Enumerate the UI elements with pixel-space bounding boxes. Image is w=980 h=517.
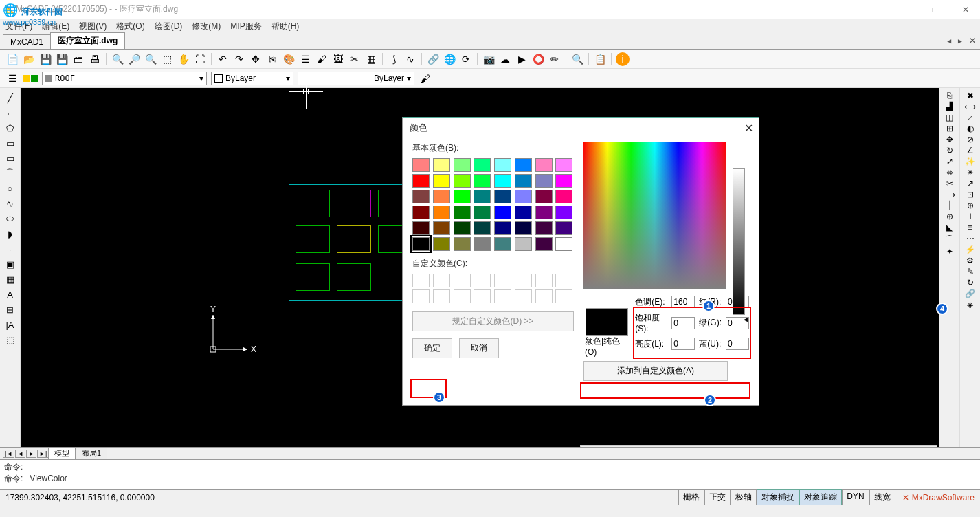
fillet-icon[interactable]: ⌒ — [946, 234, 954, 245]
saveas-icon[interactable]: 💾 — [55, 52, 69, 66]
copy-icon[interactable]: ⎘ — [947, 91, 952, 100]
link-icon[interactable]: 🔗 — [426, 52, 440, 66]
new-icon[interactable]: 📄 — [5, 52, 19, 66]
basic-color-swatch[interactable] — [535, 237, 553, 251]
custom-color-slot[interactable] — [433, 289, 450, 303]
linetype-combo[interactable]: ByLayer ▾ — [298, 72, 414, 85]
pencil-icon[interactable]: ✏ — [548, 52, 561, 66]
circle-icon[interactable]: ⭕ — [531, 52, 545, 66]
qdim-icon[interactable]: ⚡ — [965, 245, 975, 254]
trim-icon[interactable]: ✂ — [946, 179, 953, 188]
doc-tab-1[interactable]: MxCAD1 — [3, 34, 51, 49]
custom-color-slot[interactable] — [535, 289, 553, 303]
erase-icon[interactable]: ✖ — [967, 91, 974, 100]
basic-color-swatch[interactable] — [555, 237, 572, 251]
update-icon[interactable]: ↻ — [967, 278, 974, 287]
custom-color-slot[interactable] — [433, 274, 450, 287]
add-custom-color-button[interactable]: 添加到自定义颜色(A) — [583, 361, 728, 381]
status-dyn[interactable]: DYN — [842, 490, 869, 505]
circle-tool-icon[interactable]: ○ — [3, 182, 18, 195]
basic-color-swatch[interactable] — [555, 190, 572, 204]
star-icon[interactable]: ✴ — [967, 168, 974, 177]
basic-color-swatch[interactable] — [474, 190, 491, 204]
layout-nav-first[interactable]: |◄ — [3, 450, 14, 458]
redo-icon[interactable]: ↷ — [232, 52, 246, 66]
continue-icon[interactable]: ⋯ — [966, 234, 975, 243]
basic-color-swatch[interactable] — [474, 174, 491, 188]
layout-tab-layout1[interactable]: 布局1 — [76, 448, 107, 460]
extend-icon[interactable]: ⟶ — [944, 190, 955, 199]
basic-color-swatch[interactable] — [412, 158, 430, 172]
basic-color-swatch[interactable] — [494, 174, 511, 188]
search-icon[interactable]: 🔍 — [570, 52, 584, 66]
scale-icon[interactable]: ⤢ — [946, 157, 953, 166]
play-icon[interactable]: ▶ — [515, 52, 528, 66]
sparkle-icon[interactable]: ✨ — [965, 157, 975, 166]
doc-tab-2[interactable]: 医疗室立面.dwg — [50, 32, 125, 49]
menu-help[interactable]: 帮助(H) — [271, 21, 300, 32]
custom-color-slot[interactable] — [474, 289, 491, 303]
refresh-icon[interactable]: ⟳ — [459, 52, 473, 66]
cancel-button[interactable]: 取消 — [459, 338, 499, 358]
basic-color-swatch[interactable] — [494, 206, 511, 219]
color-combo[interactable]: ByLayer ▾ — [211, 72, 293, 85]
reassoc-icon[interactable]: 🔗 — [965, 289, 975, 298]
basic-color-swatch[interactable] — [433, 221, 450, 235]
basic-color-swatch[interactable] — [412, 206, 430, 219]
open-icon[interactable]: 📂 — [22, 52, 36, 66]
pan-icon[interactable]: ✋ — [177, 52, 190, 66]
basic-color-swatch[interactable] — [494, 237, 511, 251]
minimize-button[interactable]: — — [894, 5, 913, 14]
dialog-close-button[interactable]: ✕ — [744, 122, 753, 135]
move-icon[interactable]: ✥ — [946, 135, 953, 144]
tab-prev[interactable]: ◄ — [944, 37, 954, 45]
basic-color-swatch[interactable] — [433, 206, 450, 219]
basic-color-swatch[interactable] — [535, 206, 553, 219]
custom-color-slot[interactable] — [555, 289, 572, 303]
basic-color-swatch[interactable] — [474, 221, 491, 235]
basic-color-swatch[interactable] — [494, 221, 511, 235]
basic-color-swatch[interactable] — [515, 190, 532, 204]
layers-icon[interactable]: ☰ — [298, 52, 312, 66]
saveall-icon[interactable]: 🗃 — [71, 52, 85, 66]
save-icon[interactable]: 💾 — [38, 52, 52, 66]
basic-color-swatch[interactable] — [535, 221, 553, 235]
basic-color-swatch[interactable] — [454, 190, 471, 204]
ellarc-tool-icon[interactable]: ◗ — [3, 227, 18, 241]
basic-color-swatch[interactable] — [515, 206, 532, 219]
menu-draw[interactable]: 绘图(D) — [155, 21, 183, 32]
basic-color-swatch[interactable] — [474, 206, 491, 219]
close-button[interactable]: ✕ — [957, 5, 975, 14]
menu-edit[interactable]: 编辑(E) — [42, 21, 69, 32]
override-icon[interactable]: ✎ — [967, 267, 974, 276]
basic-color-swatch[interactable] — [412, 190, 430, 204]
chevron-down-icon[interactable]: ▾ — [199, 74, 203, 83]
menu-file[interactable]: 文件(F) — [5, 21, 32, 32]
custom-color-slot[interactable] — [494, 289, 511, 303]
layout-tab-model[interactable]: 模型 — [48, 448, 76, 460]
status-polar[interactable]: 极轴 — [731, 490, 757, 505]
point-tool-icon[interactable]: · — [3, 242, 18, 256]
status-ortho[interactable]: 正交 — [704, 490, 731, 505]
basic-color-swatch[interactable] — [474, 158, 491, 172]
note-icon[interactable]: 📋 — [593, 52, 607, 66]
matchprop-icon[interactable]: 🖌 — [419, 72, 432, 85]
zoom-icon[interactable]: 🔍 — [111, 52, 124, 66]
palette-icon[interactable]: 🎨 — [282, 52, 296, 66]
basic-color-swatch[interactable] — [555, 206, 572, 219]
define-custom-button[interactable]: 规定自定义颜色(D) >> — [412, 311, 574, 331]
custom-color-slot[interactable] — [515, 274, 532, 287]
basic-color-swatch[interactable] — [454, 158, 471, 172]
basic-color-swatch[interactable] — [555, 174, 572, 188]
dim-radius-icon[interactable]: ◐ — [967, 124, 974, 133]
dimstyle-icon[interactable]: ⚙ — [966, 256, 974, 265]
explode-icon[interactable]: ✦ — [946, 247, 953, 256]
menu-modify[interactable]: 修改(M) — [192, 21, 221, 32]
basic-color-swatch[interactable] — [454, 221, 471, 235]
basic-color-swatch[interactable] — [494, 158, 511, 172]
cloud-icon[interactable]: ☁ — [498, 52, 512, 66]
arc-icon[interactable]: ⟆ — [387, 52, 401, 66]
basic-color-swatch[interactable] — [494, 190, 511, 204]
layout-nav-prev[interactable]: ◄ — [15, 450, 25, 458]
hatch-icon[interactable]: ▦ — [364, 52, 378, 66]
